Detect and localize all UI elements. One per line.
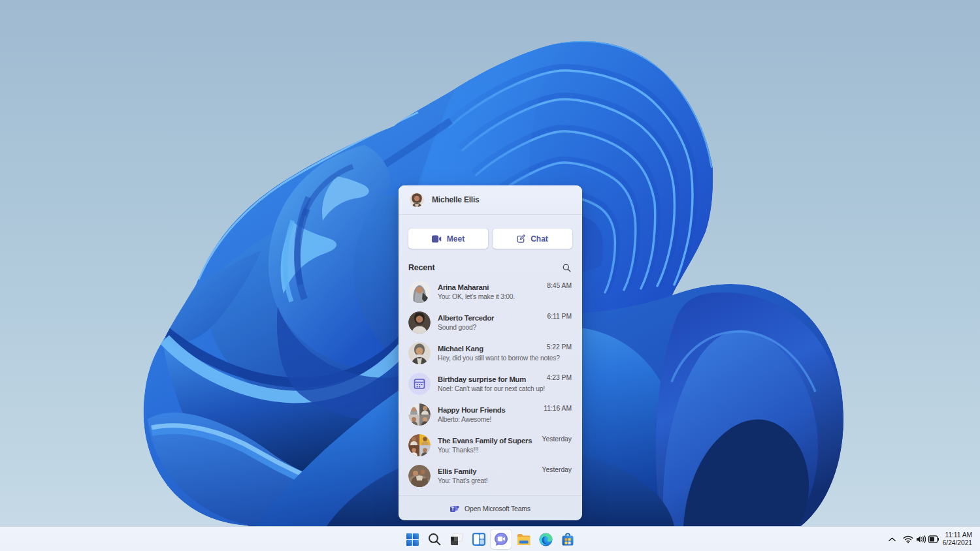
svg-text:T: T <box>451 507 454 511</box>
